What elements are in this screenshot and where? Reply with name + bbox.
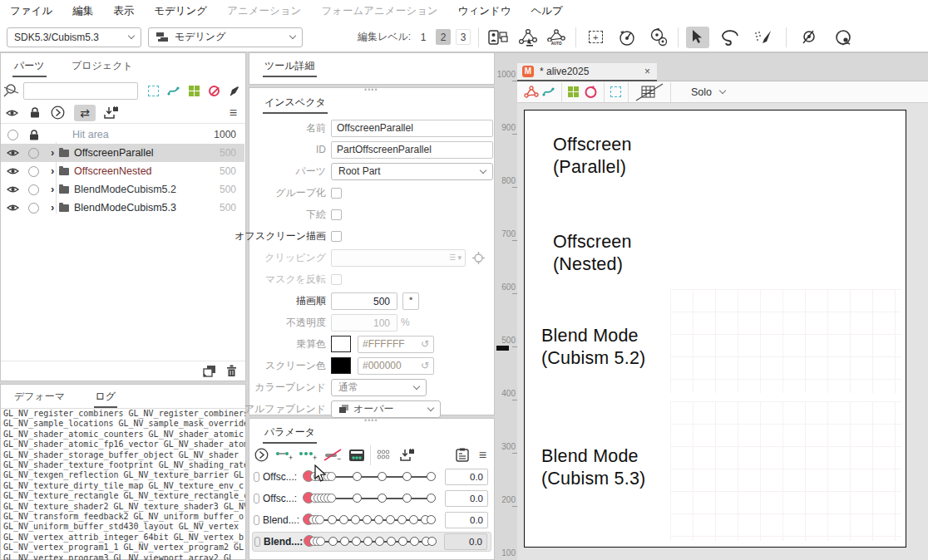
lock-icon[interactable] <box>30 107 40 118</box>
alpha-blend-select[interactable]: オーバー <box>331 400 441 418</box>
grid-toggle-icon[interactable] <box>635 83 664 101</box>
workspace-mode-select[interactable]: モデリング <box>148 27 303 47</box>
multiply-color-field[interactable]: #FFFFFF ↺ <box>358 336 434 353</box>
tab-deformer[interactable]: デフォーマ <box>12 386 67 406</box>
model-canvas[interactable]: Offscreen(Parallel) Offscreen(Nested) Bl… <box>524 110 906 548</box>
add-key-3-icon[interactable]: + <box>299 449 318 461</box>
keyform-panel-icon[interactable] <box>348 449 365 462</box>
mesh-edit-button[interactable] <box>516 27 540 48</box>
id-field[interactable] <box>331 141 493 159</box>
texture-atlas-button[interactable] <box>486 27 510 48</box>
target-picker-icon[interactable] <box>472 252 485 264</box>
dots-grid-icon[interactable] <box>376 449 391 462</box>
sdk-version-select[interactable]: SDK5.3/Cubism5.3 <box>7 27 141 47</box>
add-key-2-icon[interactable]: + <box>275 449 294 461</box>
mesh-display-icon[interactable] <box>524 86 539 99</box>
param-slider[interactable] <box>303 510 436 530</box>
lock-icon[interactable] <box>29 130 39 140</box>
curve-deformer-icon[interactable] <box>167 85 180 97</box>
tab-project[interactable]: プロジェクト <box>70 55 135 76</box>
log-output[interactable]: GL_NV_register_combiners GL_NV_register_… <box>1 408 245 560</box>
arrow-tool-button[interactable] <box>686 27 709 48</box>
warp-deformer-button[interactable] <box>647 27 670 48</box>
panel-menu-icon[interactable]: ≡ <box>230 106 237 120</box>
edit-level-2-button[interactable]: 2 <box>436 29 451 45</box>
param-value[interactable]: 0.0 <box>445 512 488 528</box>
clipping-field[interactable]: ☰ ▾ <box>331 249 466 267</box>
link-icon[interactable] <box>254 494 259 504</box>
tab-inspector[interactable]: インスペクタ <box>263 91 328 114</box>
visibility-eye-icon[interactable] <box>7 184 19 194</box>
visibility-eye-icon[interactable] <box>7 166 19 176</box>
canvas-stage[interactable]: Offscreen(Parallel) Offscreen(Nested) Bl… <box>517 103 928 560</box>
tab-tool-detail[interactable]: ツール詳細 <box>263 55 317 77</box>
list-dropdown-icon[interactable]: ☰ ▾ <box>449 253 462 262</box>
menu-view[interactable]: 表示 <box>113 4 134 18</box>
param-slider[interactable] <box>303 489 436 508</box>
param-slider[interactable] <box>304 532 437 552</box>
link-icon[interactable] <box>254 515 259 525</box>
expander-icon[interactable]: › <box>51 167 59 175</box>
rotate-deformer-button[interactable] <box>615 27 639 48</box>
link-icon[interactable] <box>254 537 260 547</box>
reset-icon[interactable]: ↺ <box>421 360 429 371</box>
menu-file[interactable]: ファイル <box>10 4 52 18</box>
expander-icon[interactable]: › <box>51 185 59 194</box>
param-row-blendmode-52[interactable]: Blend...: 0.0 <box>252 510 491 530</box>
param-value[interactable]: 0.0 <box>444 533 487 550</box>
expander-icon[interactable]: › <box>51 204 59 212</box>
brush-tool-button[interactable] <box>751 27 774 48</box>
tree-row-offscreen-nested[interactable]: › OffscreenNested 500 <box>1 162 244 180</box>
tree-row-blendmode-53[interactable]: › BlendModeCubism5.3 500 <box>1 199 244 217</box>
visibility-eye-icon[interactable] <box>7 148 19 158</box>
param-row-blendmode-53[interactable]: Blend...: 0.0 <box>252 532 491 552</box>
draw-order-field[interactable]: 500 <box>331 292 397 310</box>
menu-edit[interactable]: 編集 <box>72 4 93 18</box>
param-value[interactable]: 0.0 <box>445 490 488 507</box>
bounds-display-icon[interactable] <box>610 86 621 97</box>
multiply-color-swatch[interactable] <box>331 336 351 352</box>
param-value[interactable]: 0.0 <box>445 469 488 485</box>
part-select[interactable]: Root Part <box>331 163 493 180</box>
visibility-eye-icon[interactable] <box>7 203 19 213</box>
expander-icon[interactable]: › <box>51 149 59 157</box>
screen-color-field[interactable]: #000000 ↺ <box>358 357 434 375</box>
param-row-offscreen-parallel[interactable]: Offsc...: 0.0 <box>252 467 491 487</box>
reset-icon[interactable]: ↺ <box>421 338 429 350</box>
screen-color-swatch[interactable] <box>331 357 351 374</box>
menu-window[interactable]: ウィンドウ <box>458 4 511 18</box>
close-icon[interactable]: × <box>644 66 650 77</box>
offscreen-checkbox[interactable] <box>331 231 342 242</box>
visibility-eye-icon[interactable] <box>6 108 18 118</box>
param-row-offscreen-nested[interactable]: Offsc...: 0.0 <box>252 489 491 508</box>
draw-order-option-button[interactable]: • <box>402 292 419 310</box>
panel-grip-icon[interactable]: •••• <box>364 416 378 425</box>
name-field[interactable] <box>331 120 493 137</box>
link-icon[interactable] <box>254 472 259 482</box>
grouping-checkbox[interactable] <box>331 188 342 199</box>
duplicate-icon[interactable] <box>203 365 216 377</box>
rotate-reset-icon[interactable] <box>584 86 598 99</box>
solo-mode-select[interactable]: Solo <box>691 86 725 98</box>
tab-parts[interactable]: パーツ <box>12 55 47 77</box>
bounding-box-icon[interactable] <box>148 86 159 96</box>
search-input[interactable] <box>23 82 138 100</box>
tree-row-hit-area[interactable]: Hit area 1000 <box>1 125 244 144</box>
glue-tool-button[interactable] <box>797 27 821 48</box>
tree-row-offscreen-parallel[interactable]: › OffscreenParallel 500 <box>1 144 244 162</box>
grid-parts-icon[interactable] <box>189 86 200 96</box>
mesh-auto-button[interactable]: AUTO <box>545 27 568 48</box>
draft-checkbox[interactable] <box>331 209 342 220</box>
expand-all-icon[interactable] <box>51 106 65 120</box>
import-lock-icon[interactable] <box>103 106 119 120</box>
color-blend-select[interactable]: 通常 <box>331 379 427 396</box>
menu-modeling[interactable]: モデリング <box>154 4 207 18</box>
edit-level-3-button[interactable]: 3 <box>456 29 471 45</box>
transform-box-button[interactable]: + <box>584 27 607 48</box>
play-params-icon[interactable] <box>254 448 269 462</box>
trash-icon[interactable] <box>226 365 237 377</box>
import-lock-icon[interactable] <box>399 449 415 462</box>
sync-arrows-icon[interactable]: ⇄ <box>74 105 96 121</box>
tab-log[interactable]: ログ <box>94 386 118 408</box>
clipboard-params-icon[interactable] <box>455 448 470 462</box>
